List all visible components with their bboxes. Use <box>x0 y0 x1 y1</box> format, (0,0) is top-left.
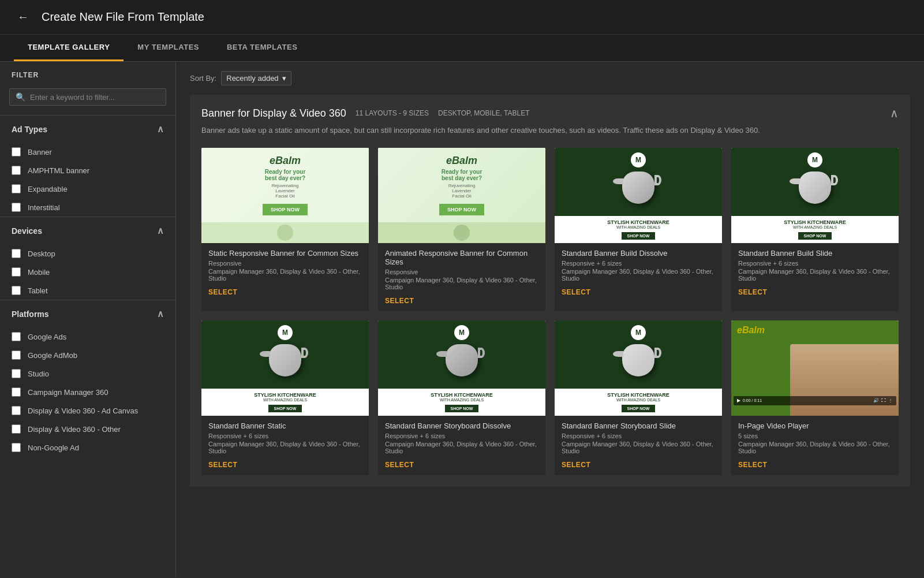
header: ← Create New File From Template <box>0 0 924 35</box>
card-platforms: Campaign Manager 360, Display & Video 36… <box>738 268 892 282</box>
platforms-label: Platforms <box>12 309 49 319</box>
select-storyboard-slide-button[interactable]: SELECT <box>562 461 590 469</box>
label-mobile: Mobile <box>28 268 50 277</box>
ad-types-header[interactable]: Ad Types ∧ <box>0 115 175 143</box>
label-dv360-other: Display & Video 360 - Other <box>28 425 121 434</box>
group-header: Banner for Display & Video 360 11 LAYOUT… <box>201 106 899 120</box>
sort-selected-value: Recently added <box>226 74 278 83</box>
select-static-banner-button[interactable]: SELECT <box>208 288 237 296</box>
card-standard-banner-static[interactable]: M STYLISH KITCHENWARE WITH AMAZING DEALS <box>201 320 369 475</box>
card-sizes: Responsive + 6 sizes <box>562 432 715 439</box>
checkbox-cm360[interactable] <box>12 387 21 397</box>
cards-grid: eBalm Ready for yourbest day ever? Rejuv… <box>201 148 899 475</box>
tab-my-templates[interactable]: MY TEMPLATES <box>124 35 213 61</box>
filter-section-devices: Devices ∧ Desktop Mobile Tablet <box>0 217 175 300</box>
card-animated-responsive-banner[interactable]: eBalm Ready for yourbest day ever? Rejuv… <box>378 148 545 311</box>
card-standard-banner-slide[interactable]: M STYLISH KITCHENWARE WITH AMAZING DEALS <box>731 148 899 311</box>
checkbox-dv360-other[interactable] <box>12 424 21 434</box>
filter-item-desktop[interactable]: Desktop <box>0 244 175 263</box>
ad-types-chevron: ∧ <box>157 124 164 135</box>
filter-item-admob[interactable]: Google AdMob <box>0 346 175 364</box>
label-expandable: Expandable <box>28 185 68 193</box>
card-storyboard-dissolve[interactable]: M STYLISH KITCHENWARE WITH AMAZING DEALS <box>378 320 545 475</box>
card-info-slide: Standard Banner Build Slide Responsive +… <box>731 243 899 303</box>
group-platforms: DESKTOP, MOBILE, TABLET <box>438 109 530 117</box>
checkbox-mobile[interactable] <box>12 267 21 277</box>
filter-item-dv360-canvas[interactable]: Display & Video 360 - Ad Canvas <box>0 401 175 420</box>
label-cm360: Campaign Manager 360 <box>28 388 108 397</box>
card-platforms: Campaign Manager 360, Display & Video 36… <box>738 441 892 454</box>
checkbox-banner[interactable] <box>12 147 21 156</box>
card-platforms: Campaign Manager 360, Display & Video 36… <box>385 277 538 290</box>
filter-item-cm360[interactable]: Campaign Manager 360 <box>0 383 175 401</box>
select-storyboard-dissolve-button[interactable]: SELECT <box>385 461 414 469</box>
checkbox-interstitial[interactable] <box>12 203 21 212</box>
card-title: Animated Responsive Banner for Common Si… <box>385 249 538 266</box>
back-button[interactable]: ← <box>14 8 32 27</box>
card-info-static-banner: Static Responsive Banner for Common Size… <box>201 243 369 303</box>
devices-header[interactable]: Devices ∧ <box>0 217 175 244</box>
checkbox-admob[interactable] <box>12 350 21 360</box>
card-standard-banner-dissolve[interactable]: M STYLISH KITCHENWARE WITH AMAZING DEALS <box>555 148 722 311</box>
select-standard-static-button[interactable]: SELECT <box>208 461 237 469</box>
filter-item-google-ads[interactable]: Google Ads <box>0 327 175 346</box>
checkbox-desktop[interactable] <box>12 249 21 258</box>
select-video-player-button[interactable]: SELECT <box>738 461 767 469</box>
checkbox-tablet[interactable] <box>12 286 21 295</box>
main-layout: FILTER 🔍 Ad Types ∧ Banner AMPHTML banne… <box>0 62 924 577</box>
search-box: 🔍 <box>9 88 166 106</box>
select-animated-banner-button[interactable]: SELECT <box>385 297 414 305</box>
sort-select[interactable]: Recently added ▾ <box>221 71 291 85</box>
filter-item-amphtml[interactable]: AMPHTML banner <box>0 161 175 180</box>
filter-item-tablet[interactable]: Tablet <box>0 281 175 300</box>
card-in-page-video-player[interactable]: eBalm ▶ 0:00 / 0:11 🔊 ⛶ ⋮ <box>731 320 899 475</box>
card-info-storyboard-slide: Standard Banner Storyboard Slide Respons… <box>555 416 722 475</box>
card-info-standard-static: Standard Banner Static Responsive + 6 si… <box>201 416 369 475</box>
tab-beta-templates[interactable]: BETA TEMPLATES <box>213 35 311 61</box>
page-title: Create New File From Template <box>42 10 204 24</box>
filter-item-dv360-other[interactable]: Display & Video 360 - Other <box>0 420 175 438</box>
collapse-group-button[interactable]: ∧ <box>890 106 899 120</box>
filter-item-expandable[interactable]: Expandable <box>0 180 175 198</box>
card-storyboard-slide[interactable]: M STYLISH KITCHENWARE WITH AMAZING DEALS <box>555 320 722 475</box>
filter-section-platforms: Platforms ∧ Google Ads Google AdMob Stud… <box>0 300 175 457</box>
search-input[interactable] <box>30 93 160 102</box>
label-studio: Studio <box>28 370 49 378</box>
filter-item-non-google[interactable]: Non-Google Ad <box>0 438 175 457</box>
group-meta: 11 LAYOUTS - 9 SIZES DESKTOP, MOBILE, TA… <box>356 109 530 117</box>
checkbox-expandable[interactable] <box>12 184 21 193</box>
card-image-kettle-slide: M STYLISH KITCHENWARE WITH AMAZING DEALS <box>731 148 899 243</box>
label-google-ads: Google Ads <box>28 333 66 341</box>
select-dissolve-button[interactable]: SELECT <box>562 288 590 296</box>
checkbox-amphtml[interactable] <box>12 166 21 175</box>
card-image-storyboard-slide: M STYLISH KITCHENWARE WITH AMAZING DEALS <box>555 320 722 416</box>
tab-template-gallery[interactable]: TEMPLATE GALLERY <box>14 35 124 61</box>
filter-label: FILTER <box>0 62 175 84</box>
checkbox-google-ads[interactable] <box>12 332 21 341</box>
filter-item-banner[interactable]: Banner <box>0 143 175 161</box>
card-title: Standard Banner Static <box>208 422 362 430</box>
card-platforms: Campaign Manager 360, Display & Video 36… <box>208 441 362 454</box>
card-sizes: Responsive + 6 sizes <box>208 432 362 439</box>
checkbox-dv360-canvas[interactable] <box>12 406 21 415</box>
card-static-responsive-banner[interactable]: eBalm Ready for yourbest day ever? Rejuv… <box>201 148 369 311</box>
filter-item-studio[interactable]: Studio <box>0 364 175 383</box>
label-dv360-canvas: Display & Video 360 - Ad Canvas <box>28 407 138 415</box>
card-platforms: Campaign Manager 360, Display & Video 36… <box>208 268 362 282</box>
sort-by-label: Sort By: <box>190 74 216 83</box>
label-amphtml: AMPHTML banner <box>28 166 89 175</box>
label-interstitial: Interstitial <box>28 203 60 212</box>
card-sizes: 5 sizes <box>738 432 892 439</box>
filter-item-interstitial[interactable]: Interstitial <box>0 198 175 217</box>
platforms-header[interactable]: Platforms ∧ <box>0 300 175 327</box>
card-info-animated-banner: Animated Responsive Banner for Common Si… <box>378 243 545 311</box>
card-image-animated-banner: eBalm Ready for yourbest day ever? Rejuv… <box>378 148 545 243</box>
checkbox-non-google[interactable] <box>12 443 21 452</box>
filter-item-mobile[interactable]: Mobile <box>0 263 175 281</box>
label-non-google: Non-Google Ad <box>28 443 79 452</box>
select-slide-button[interactable]: SELECT <box>738 288 767 296</box>
card-title: Static Responsive Banner for Common Size… <box>208 249 362 258</box>
sort-chevron-icon: ▾ <box>282 74 286 83</box>
checkbox-studio[interactable] <box>12 369 21 378</box>
ad-logo: eBalm <box>270 155 301 167</box>
